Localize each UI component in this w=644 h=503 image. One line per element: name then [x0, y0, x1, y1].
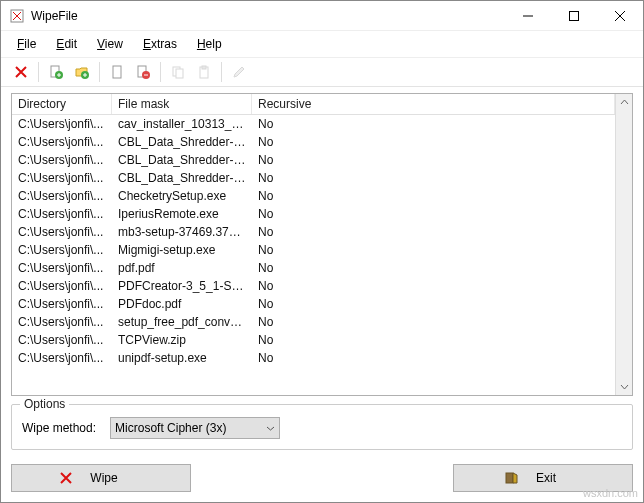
- wipe-method-select[interactable]: Microsoft Cipher (3x): [110, 417, 280, 439]
- cell-filemask: CBL_Data_Shredder-WI...: [112, 169, 252, 187]
- cell-recursive: No: [252, 205, 615, 223]
- cell-directory: C:\Users\jonfi\...: [12, 223, 112, 241]
- table-row[interactable]: C:\Users\jonfi\...cav_installer_10313_10…: [12, 115, 615, 133]
- cell-directory: C:\Users\jonfi\...: [12, 169, 112, 187]
- exit-icon: [504, 470, 520, 486]
- col-recursive[interactable]: Recursive: [252, 94, 615, 114]
- add-file-icon[interactable]: [44, 61, 68, 83]
- table-row[interactable]: C:\Users\jonfi\...PDFCreator-3_5_1-Setu.…: [12, 277, 615, 295]
- table-row[interactable]: C:\Users\jonfi\...setup_free_pdf_convert…: [12, 313, 615, 331]
- col-directory[interactable]: Directory: [12, 94, 112, 114]
- separator: [160, 62, 161, 82]
- cell-recursive: No: [252, 277, 615, 295]
- cell-recursive: No: [252, 331, 615, 349]
- cell-recursive: No: [252, 169, 615, 187]
- separator: [99, 62, 100, 82]
- exit-button-label: Exit: [536, 471, 556, 485]
- table-row[interactable]: C:\Users\jonfi\...pdf.pdfNo: [12, 259, 615, 277]
- cell-directory: C:\Users\jonfi\...: [12, 151, 112, 169]
- cell-directory: C:\Users\jonfi\...: [12, 349, 112, 367]
- cell-directory: C:\Users\jonfi\...: [12, 187, 112, 205]
- edit-icon[interactable]: [227, 61, 251, 83]
- table-row[interactable]: C:\Users\jonfi\...Migmigi-setup.exeNo: [12, 241, 615, 259]
- cell-filemask: IperiusRemote.exe: [112, 205, 252, 223]
- menu-extras[interactable]: Extras: [135, 33, 185, 55]
- svg-rect-1: [570, 11, 579, 20]
- add-folder-icon[interactable]: [70, 61, 94, 83]
- window-title: WipeFile: [31, 9, 505, 23]
- table-row[interactable]: C:\Users\jonfi\...CBL_Data_Shredder-WI..…: [12, 169, 615, 187]
- cell-directory: C:\Users\jonfi\...: [12, 313, 112, 331]
- scroll-down-icon[interactable]: [616, 378, 632, 395]
- table-row[interactable]: C:\Users\jonfi\...CBL_Data_Shredder-DO..…: [12, 151, 615, 169]
- scroll-track[interactable]: [616, 111, 632, 378]
- table-row[interactable]: C:\Users\jonfi\...TCPView.zipNo: [12, 331, 615, 349]
- minimize-button[interactable]: [505, 1, 551, 31]
- table-row[interactable]: C:\Users\jonfi\...unipdf-setup.exeNo: [12, 349, 615, 367]
- paste-icon[interactable]: [192, 61, 216, 83]
- delete-icon[interactable]: [9, 61, 33, 83]
- svg-rect-5: [113, 66, 121, 78]
- cell-filemask: CBL_Data_Shredder-DO...: [112, 133, 252, 151]
- cell-filemask: CBL_Data_Shredder-DO...: [112, 151, 252, 169]
- cell-recursive: No: [252, 295, 615, 313]
- wipe-method-value: Microsoft Cipher (3x): [115, 421, 226, 435]
- cell-filemask: ChecketrySetup.exe: [112, 187, 252, 205]
- svg-rect-9: [176, 69, 183, 78]
- file-icon[interactable]: [105, 61, 129, 83]
- svg-rect-12: [506, 473, 513, 483]
- cell-directory: C:\Users\jonfi\...: [12, 331, 112, 349]
- cell-filemask: cav_installer_10313_10...: [112, 115, 252, 133]
- cell-recursive: No: [252, 349, 615, 367]
- separator: [221, 62, 222, 82]
- wipe-method-label: Wipe method:: [22, 421, 96, 435]
- maximize-button[interactable]: [551, 1, 597, 31]
- copy-icon[interactable]: [166, 61, 190, 83]
- menu-view[interactable]: View: [89, 33, 131, 55]
- wipe-button[interactable]: Wipe: [11, 464, 191, 492]
- cell-filemask: setup_free_pdf_convert...: [112, 313, 252, 331]
- list-header[interactable]: Directory File mask Recursive: [12, 94, 615, 115]
- cell-directory: C:\Users\jonfi\...: [12, 277, 112, 295]
- cell-recursive: No: [252, 313, 615, 331]
- table-row[interactable]: C:\Users\jonfi\...IperiusRemote.exeNo: [12, 205, 615, 223]
- cell-recursive: No: [252, 259, 615, 277]
- close-button[interactable]: [597, 1, 643, 31]
- cell-directory: C:\Users\jonfi\...: [12, 133, 112, 151]
- menu-edit[interactable]: Edit: [48, 33, 85, 55]
- cell-recursive: No: [252, 133, 615, 151]
- app-icon: [9, 8, 25, 24]
- title-bar: WipeFile: [1, 1, 643, 31]
- cell-recursive: No: [252, 223, 615, 241]
- svg-rect-11: [202, 66, 206, 69]
- bottom-bar: Wipe Exit: [1, 456, 643, 502]
- cell-directory: C:\Users\jonfi\...: [12, 259, 112, 277]
- chevron-down-icon: [266, 424, 275, 433]
- remove-file-icon[interactable]: [131, 61, 155, 83]
- col-filemask[interactable]: File mask: [112, 94, 252, 114]
- toolbar: [1, 57, 643, 87]
- wipe-icon: [58, 470, 74, 486]
- cell-recursive: No: [252, 241, 615, 259]
- scroll-up-icon[interactable]: [616, 94, 632, 111]
- table-row[interactable]: C:\Users\jonfi\...CBL_Data_Shredder-DO..…: [12, 133, 615, 151]
- cell-recursive: No: [252, 187, 615, 205]
- file-list[interactable]: Directory File mask Recursive C:\Users\j…: [11, 93, 633, 396]
- cell-directory: C:\Users\jonfi\...: [12, 295, 112, 313]
- menu-file[interactable]: File: [9, 33, 44, 55]
- cell-filemask: Migmigi-setup.exe: [112, 241, 252, 259]
- table-row[interactable]: C:\Users\jonfi\...ChecketrySetup.exeNo: [12, 187, 615, 205]
- table-row[interactable]: C:\Users\jonfi\...mb3-setup-37469.3746..…: [12, 223, 615, 241]
- cell-directory: C:\Users\jonfi\...: [12, 115, 112, 133]
- cell-filemask: unipdf-setup.exe: [112, 349, 252, 367]
- cell-recursive: No: [252, 115, 615, 133]
- options-panel: Options Wipe method: Microsoft Cipher (3…: [11, 404, 633, 450]
- options-legend: Options: [20, 397, 69, 411]
- table-row[interactable]: C:\Users\jonfi\...PDFdoc.pdfNo: [12, 295, 615, 313]
- scrollbar[interactable]: [615, 94, 632, 395]
- exit-button[interactable]: Exit: [453, 464, 633, 492]
- cell-filemask: TCPView.zip: [112, 331, 252, 349]
- separator: [38, 62, 39, 82]
- cell-directory: C:\Users\jonfi\...: [12, 205, 112, 223]
- menu-help[interactable]: Help: [189, 33, 230, 55]
